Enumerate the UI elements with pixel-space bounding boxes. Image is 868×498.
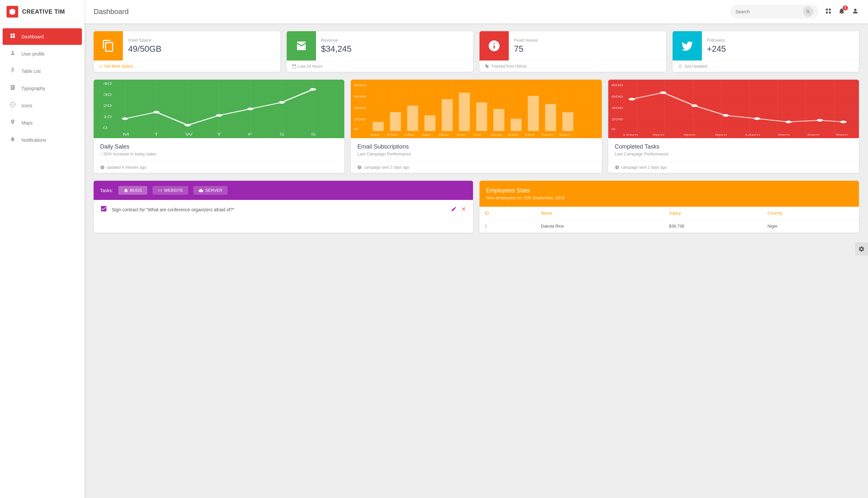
search-button[interactable] [803, 6, 813, 17]
stat-top: Fixed Issues 75 [479, 31, 666, 61]
svg-text:0: 0 [103, 126, 107, 130]
sidebar-item-notifications[interactable]: Notifications [3, 132, 82, 148]
user-account-button[interactable] [852, 8, 859, 16]
svg-text:20: 20 [103, 104, 112, 108]
svg-text:Jan: Jan [370, 133, 380, 136]
followers-footer-text: Just Updated [684, 64, 707, 69]
sidebar-item-table-list[interactable]: Table List [3, 63, 82, 79]
svg-point-81 [817, 119, 823, 121]
svg-point-78 [723, 114, 729, 117]
svg-point-82 [840, 121, 846, 123]
stat-card-revenue: Revenue $34,245 Last 24 Hours [287, 31, 473, 72]
stat-top: Used Space 49/50GB [94, 31, 280, 61]
sidebar-icons-label: Icons [22, 103, 32, 108]
tasks-body: Completed Tasks Last Campaign Performanc… [608, 138, 859, 161]
angular-icon [9, 8, 16, 15]
grid-view-button[interactable] [825, 8, 832, 16]
sidebar-table-list-label: Table List [22, 69, 41, 74]
svg-rect-50 [459, 93, 470, 131]
svg-point-13 [13, 104, 14, 105]
email-svg: 800 600 400 200 0 [351, 80, 602, 138]
svg-rect-55 [545, 104, 556, 131]
task-tab-bugs-label: BUGS [130, 188, 142, 193]
svg-text:200: 200 [611, 118, 623, 121]
task-actions [451, 206, 466, 213]
col-salary: Salary [664, 207, 762, 220]
page-title: Dashboard [94, 8, 730, 16]
task-delete-button[interactable] [461, 206, 466, 213]
svg-text:30: 30 [103, 93, 112, 96]
employee-table-head: ID Name Salary Country [479, 207, 859, 220]
task-item-text-0: Sign contract for "What are conference o… [112, 207, 451, 212]
task-tab-website[interactable]: WEBSITE [153, 186, 188, 195]
sidebar-item-user-profile[interactable]: User profile [3, 45, 82, 62]
stat-top: Revenue $34,245 [287, 31, 473, 61]
svg-rect-17 [829, 11, 831, 13]
task-checkbox[interactable] [100, 205, 107, 214]
task-edit-button[interactable] [451, 206, 457, 213]
svg-point-75 [628, 98, 634, 101]
used-space-footer-text[interactable]: Get More Space... [104, 64, 136, 69]
svg-rect-14 [826, 9, 828, 10]
sidebar-item-icons[interactable]: Icons [3, 97, 82, 114]
daily-sales-footer-text: updated 4 minutes ago [107, 165, 146, 170]
fixed-issues-footer-text: Tracked from Github [491, 64, 527, 69]
svg-text:600: 600 [354, 95, 366, 98]
sidebar-notifications-label: Notifications [22, 137, 46, 143]
brand-header: CREATIVE TIM [0, 0, 84, 24]
sales-up-arrow: ↑ [100, 152, 103, 156]
svg-rect-48 [424, 115, 436, 131]
email-footer-text: campaign sent 2 days ago [364, 165, 409, 170]
task-label: Tasks: [100, 188, 113, 193]
sales-text: increase in today sales. [112, 152, 157, 156]
tasks-title: Completed Tasks [615, 143, 852, 150]
brand-logo [6, 6, 18, 17]
revenue-info: Revenue $34,245 [316, 33, 473, 58]
svg-text:40: 40 [103, 82, 112, 86]
sidebar-item-dashboard[interactable]: Dashboard [3, 28, 82, 45]
clipboard-icon [9, 67, 16, 75]
svg-rect-47 [407, 106, 418, 131]
svg-text:0: 0 [354, 128, 358, 131]
chart-completed-tasks: 800 600 400 200 0 [608, 80, 859, 173]
svg-point-30 [279, 101, 285, 104]
svg-point-12 [12, 104, 13, 105]
stat-card-followers: Followers +245 Just Updated [673, 31, 859, 72]
sidebar-item-maps[interactable]: Maps [3, 115, 82, 131]
calendar-icon [292, 64, 297, 69]
header: Dashboard 5 [84, 0, 868, 23]
followers-info: Followers +245 [702, 33, 859, 58]
tag-icon [485, 64, 489, 69]
svg-text:6am: 6am [807, 133, 819, 136]
svg-text:S: S [311, 133, 316, 136]
notifications-button[interactable]: 5 [838, 8, 845, 16]
search-input[interactable] [735, 9, 800, 14]
svg-text:Feb: Feb [387, 133, 398, 136]
fixed-issues-icon-box [479, 31, 509, 61]
sidebar-user-profile-label: User profile [22, 51, 45, 56]
task-tab-server[interactable]: SERVER [194, 186, 227, 195]
grid-icon [9, 33, 16, 40]
used-space-footer: ⚠ Get More Space... [94, 61, 280, 72]
search-icon [806, 10, 811, 14]
fixed-issues-info: Fixed Issues 75 [509, 33, 666, 58]
sidebar-item-typography[interactable]: Typography [3, 80, 82, 96]
svg-point-79 [754, 117, 760, 120]
task-tab-bugs[interactable]: BUGS [118, 186, 147, 195]
bell-icon [9, 136, 16, 144]
task-tab-server-label: SERVER [205, 188, 222, 193]
employee-header: Employees Stats New employees on 15th Se… [479, 181, 859, 207]
svg-rect-9 [12, 68, 14, 69]
svg-rect-6 [12, 69, 14, 69]
svg-rect-19 [94, 80, 344, 138]
person-icon [9, 50, 16, 57]
col-name: Name [536, 207, 664, 220]
clock-icon [100, 165, 105, 170]
svg-text:800: 800 [611, 83, 623, 87]
followers-label: Followers [707, 38, 854, 43]
warning-icon: ⚠ [99, 64, 102, 69]
settings-button[interactable] [855, 243, 868, 255]
revenue-icon-box [287, 31, 316, 61]
task-header: Tasks: BUGS WEBSITE SERVER [94, 181, 473, 200]
email-title: Email Subscriptions [357, 143, 595, 150]
